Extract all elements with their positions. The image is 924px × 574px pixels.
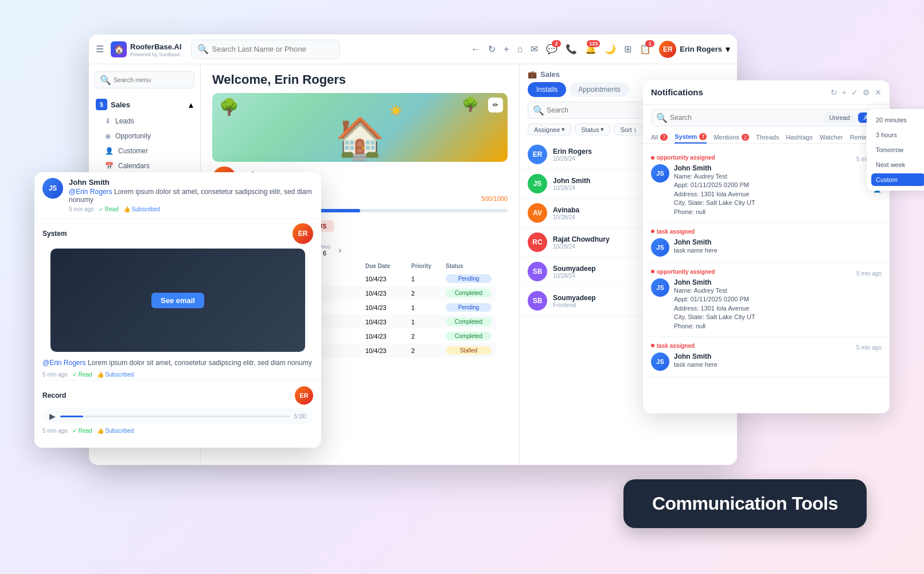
dark-mode-button[interactable]: 🌙 bbox=[605, 44, 616, 55]
chat-meta: 5 min ago ✓ Read 👍 Subscribed bbox=[69, 206, 313, 212]
system-avatar: ER bbox=[293, 223, 313, 244]
refresh-icon[interactable]: ↻ bbox=[831, 88, 837, 97]
status-badge: Pending bbox=[446, 274, 492, 283]
notif-search[interactable]: 🔍 Unread All bbox=[651, 109, 882, 126]
reminder-panel: 20 minutes 3 hours Tomorrow Next week Cu… bbox=[867, 109, 924, 191]
settings-icon[interactable]: ⚙ bbox=[863, 88, 870, 97]
status-filter[interactable]: Status ▾ bbox=[575, 123, 610, 135]
search-input[interactable] bbox=[212, 45, 334, 53]
notif-search-input[interactable] bbox=[670, 114, 821, 122]
sales-icon: 💼 bbox=[528, 70, 537, 79]
phone-button[interactable]: 📞 bbox=[566, 44, 577, 55]
close-icon[interactable]: ✕ bbox=[875, 88, 882, 97]
tab-system[interactable]: System 7 bbox=[675, 131, 707, 144]
notif-label: task assigned bbox=[651, 228, 882, 235]
email-button[interactable]: ✉ bbox=[531, 44, 538, 55]
notif-content: JS John Smith task name here bbox=[651, 238, 882, 257]
sidebar-search[interactable]: 🔍 bbox=[95, 71, 194, 88]
chat-subscribed: 👍 Subscribed bbox=[97, 371, 134, 378]
sales-header: 💼 Sales bbox=[520, 64, 737, 82]
user-chip[interactable]: ER Erin Rogers ▾ bbox=[659, 41, 730, 58]
chat-read: ✓ Read bbox=[72, 371, 92, 378]
clipboard-badge: 1 bbox=[645, 40, 654, 47]
notif-avatar: JS bbox=[651, 278, 669, 297]
chat-button[interactable]: 💬 2 bbox=[546, 44, 557, 55]
reminder-tomorrow[interactable]: Tomorrow bbox=[871, 144, 924, 156]
sidebar-item-leads[interactable]: ⬇ Leads bbox=[89, 114, 200, 129]
notif-tabs: All 7 System 7 Mentions 2 Threads Hashta… bbox=[643, 131, 890, 144]
app-title: RooferBase.AI bbox=[130, 42, 182, 51]
home-button[interactable]: ⌂ bbox=[517, 44, 523, 55]
sidebar-search-input[interactable] bbox=[114, 76, 189, 83]
tab-appointments[interactable]: Appointments bbox=[570, 82, 629, 97]
tab-threads[interactable]: Threads bbox=[756, 131, 779, 144]
global-search[interactable]: 🔍 bbox=[191, 40, 340, 59]
chat-time: 5 min ago bbox=[69, 206, 94, 212]
topbar: ☰ 🏠 RooferBase.AI Powered by SunBase 🔍 ←… bbox=[89, 34, 737, 64]
clipboard-button[interactable]: 📋 1 bbox=[640, 44, 651, 55]
search-icon: 🔍 bbox=[197, 44, 209, 55]
reminder-custom[interactable]: Custom bbox=[871, 173, 924, 186]
tab-mentions[interactable]: Mentions 2 bbox=[714, 131, 749, 144]
notif-text: John Smith Name: Audrey TestAppt: 01/11/… bbox=[674, 164, 868, 216]
audio-read: ✓ Read bbox=[72, 428, 92, 434]
chat-mention: @Erin Rogers bbox=[42, 359, 86, 367]
notif-body: Name: Audrey TestAppt: 01/11/2025 0200 P… bbox=[674, 286, 882, 331]
hero-edit-button[interactable]: ✏ bbox=[488, 98, 503, 113]
sidebar-section-header[interactable]: $ Sales ▴ bbox=[89, 95, 200, 114]
notif-time: 5 min ago bbox=[856, 344, 882, 351]
check-icon[interactable]: ✓ bbox=[851, 88, 858, 97]
chat-avatar: JS bbox=[42, 178, 63, 199]
sidebar-item-calendars[interactable]: 📅 Calendars bbox=[89, 158, 200, 173]
welcome-header: Welcome, Erin Rogers bbox=[201, 64, 519, 93]
see-email-button[interactable]: See email bbox=[151, 293, 204, 308]
user-name: Erin Rogers bbox=[680, 45, 722, 53]
hamburger-icon[interactable]: ☰ bbox=[96, 44, 104, 55]
sort-filter[interactable]: Sort ↕ bbox=[614, 123, 643, 135]
chevron-right-icon[interactable]: › bbox=[338, 245, 341, 255]
grid-button[interactable]: ⊞ bbox=[624, 44, 631, 55]
chat-read: ✓ Read bbox=[99, 206, 119, 212]
chat-message-1: JS John Smith @Erin Rogers Lorem ipsum d… bbox=[34, 172, 321, 219]
refresh-button[interactable]: ↻ bbox=[488, 44, 496, 55]
appt-avatar: ER bbox=[528, 145, 547, 164]
chevron-down-icon: ▾ bbox=[726, 44, 730, 55]
status-badge: Stalled bbox=[446, 346, 492, 355]
reminder-3hours[interactable]: 3 hours bbox=[871, 129, 924, 141]
calendars-icon: 📅 bbox=[105, 162, 114, 170]
sales-label: Sales bbox=[111, 100, 130, 109]
notif-avatar: JS bbox=[651, 164, 669, 183]
play-button[interactable]: ▶ bbox=[49, 412, 56, 421]
bell-button[interactable]: 🔔 123 bbox=[585, 44, 596, 55]
back-button[interactable]: ← bbox=[471, 44, 480, 55]
sales-icon: $ bbox=[96, 99, 107, 110]
search-icon: 🔍 bbox=[100, 75, 111, 86]
notif-name: John Smith bbox=[674, 352, 882, 360]
col-status: Status bbox=[446, 263, 492, 269]
appt-avatar: AV bbox=[528, 203, 547, 223]
add-icon[interactable]: + bbox=[842, 88, 847, 97]
sidebar-item-customer[interactable]: 👤 Customer bbox=[89, 144, 200, 158]
unread-button[interactable]: Unread bbox=[824, 113, 856, 123]
notif-body: task name here bbox=[674, 360, 882, 369]
appt-avatar: JS bbox=[528, 174, 547, 193]
tab-all[interactable]: All 7 bbox=[651, 131, 668, 144]
notif-name: John Smith bbox=[674, 278, 882, 286]
add-button[interactable]: + bbox=[504, 44, 509, 55]
notif-avatar: JS bbox=[651, 238, 669, 257]
system-text: @Erin Rogers Lorem ipsum dolor sit amet,… bbox=[42, 356, 313, 369]
notif-label: opportunity assigned bbox=[651, 269, 715, 275]
sidebar-item-opportunity[interactable]: ◉ Opportunity bbox=[89, 129, 200, 144]
chat-meta: 5 min ago ✓ Read 👍 Subscribed bbox=[42, 371, 313, 378]
tab-watcher[interactable]: Watcher bbox=[820, 131, 843, 144]
reminder-20min[interactable]: 20 minutes bbox=[871, 114, 924, 126]
notif-list: opportunity assigned 5 min ago JS John S… bbox=[643, 146, 890, 413]
mentions-badge: 2 bbox=[742, 134, 749, 141]
appt-avatar: SB bbox=[528, 262, 547, 281]
comm-tools-label: Communication Tools bbox=[652, 493, 838, 514]
reminder-next-week[interactable]: Next week bbox=[871, 158, 924, 171]
tab-installs[interactable]: Installs bbox=[528, 82, 566, 97]
tab-hashtags[interactable]: Hashtags bbox=[786, 131, 812, 144]
status-badge: Pending bbox=[446, 303, 492, 312]
assignee-filter[interactable]: Assignee ▾ bbox=[528, 123, 571, 135]
